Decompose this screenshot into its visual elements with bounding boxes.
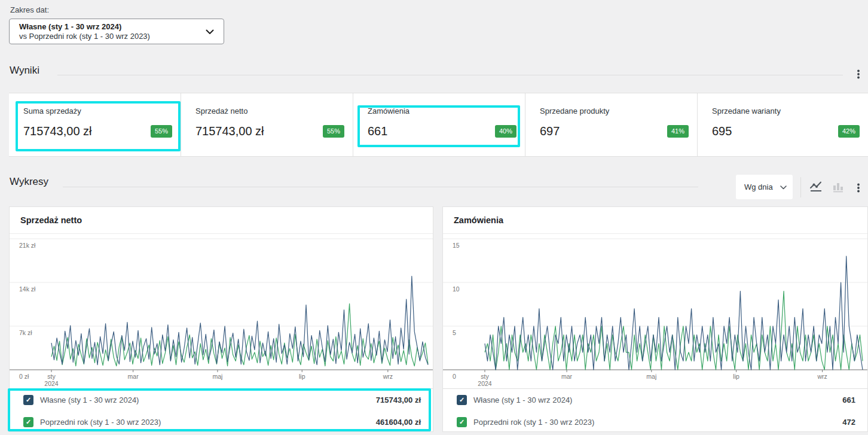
metric-value: 715743,00 zł bbox=[23, 124, 92, 138]
metric-label: Sprzedaż netto bbox=[195, 107, 344, 115]
date-range-secondary: vs Poprzedni rok (sty 1 - 30 wrz 2023) bbox=[19, 32, 150, 41]
legend-label: Poprzedni rok (sty 1 - 30 wrz 2023) bbox=[473, 418, 594, 427]
svg-text:sty: sty bbox=[481, 373, 489, 380]
svg-text:0: 0 bbox=[453, 373, 456, 380]
metric-label: Suma sprzedaży bbox=[23, 107, 172, 115]
date-range-select[interactable]: Własne (sty 1 - 30 wrz 2024) vs Poprzedn… bbox=[9, 19, 224, 44]
line-chart-icon bbox=[809, 180, 823, 196]
toolbar-divider bbox=[800, 177, 801, 197]
legend-row-current[interactable]: ✓ Własne (sty 1 - 30 wrz 2024) 661 bbox=[443, 389, 867, 411]
chart-panel-sprzedaz-netto: Sprzedaż netto 21k zł14k zł7k zł0 złsty2… bbox=[9, 206, 433, 432]
line-chart-type-button[interactable] bbox=[808, 179, 824, 196]
sprzedaz-netto-line-chart: 21k zł14k zł7k zł0 złsty2024marmajlipwrz bbox=[10, 234, 433, 388]
checkbox-current-checked[interactable]: ✓ bbox=[457, 395, 467, 405]
svg-text:14k zł: 14k zł bbox=[19, 285, 36, 293]
metric-card-sprzedane-produkty[interactable]: Sprzedane produkty 697 41% bbox=[525, 93, 698, 156]
metric-value: 715743,00 zł bbox=[195, 124, 264, 138]
metric-card-zamowienia[interactable]: Zamówienia 661 40% bbox=[353, 93, 525, 156]
date-range-label: Zakres dat: bbox=[10, 5, 49, 14]
checkbox-previous-checked[interactable]: ✓ bbox=[457, 417, 467, 427]
checkbox-previous-checked[interactable]: ✓ bbox=[23, 417, 33, 427]
legend-row-previous[interactable]: ✓ Poprzedni rok (sty 1 - 30 wrz 2023) 47… bbox=[443, 411, 867, 433]
legend-label: Poprzedni rok (sty 1 - 30 wrz 2023) bbox=[40, 418, 161, 427]
svg-text:sty: sty bbox=[47, 373, 56, 380]
interval-select[interactable]: Wg dnia bbox=[736, 175, 793, 199]
svg-text:mar: mar bbox=[128, 373, 139, 380]
metric-card-sprzedaz-netto[interactable]: Sprzedaż netto 715743,00 zł 55% bbox=[181, 93, 353, 156]
delta-badge: 40% bbox=[495, 125, 516, 138]
chart-panel-zamowienia: Zamówienia 151050sty2024marmajlipwrz ✓ W… bbox=[442, 206, 868, 432]
delta-badge: 55% bbox=[323, 125, 344, 138]
svg-text:lip: lip bbox=[733, 373, 739, 380]
charts-menu-button[interactable] bbox=[850, 180, 867, 197]
legend-value: 461604,00 zł bbox=[376, 418, 421, 427]
legend-value: 715743,00 zł bbox=[376, 396, 421, 404]
delta-badge: 55% bbox=[151, 125, 172, 138]
svg-text:wrz: wrz bbox=[817, 373, 827, 380]
kebab-icon bbox=[853, 69, 864, 81]
results-divider bbox=[57, 75, 843, 75]
svg-text:21k zł: 21k zł bbox=[19, 242, 36, 249]
svg-text:lip: lip bbox=[299, 373, 305, 380]
chevron-down-icon bbox=[780, 182, 787, 191]
charts-divider bbox=[63, 187, 698, 187]
metric-value: 695 bbox=[712, 124, 732, 138]
svg-text:2024: 2024 bbox=[44, 380, 59, 387]
svg-text:0 zł: 0 zł bbox=[19, 373, 29, 380]
delta-badge: 41% bbox=[667, 125, 689, 138]
legend-row-previous[interactable]: ✓ Poprzedni rok (sty 1 - 30 wrz 2023) 46… bbox=[10, 411, 433, 433]
legend-value: 661 bbox=[842, 396, 855, 404]
delta-badge: 42% bbox=[838, 125, 860, 138]
results-menu-button[interactable] bbox=[850, 66, 867, 84]
metric-label: Sprzedane produkty bbox=[540, 107, 689, 115]
svg-text:5: 5 bbox=[453, 329, 456, 336]
metric-card-suma-sprzedazy[interactable]: Suma sprzedaży 715743,00 zł 55% bbox=[9, 93, 181, 156]
svg-text:mar: mar bbox=[561, 373, 573, 380]
interval-select-value: Wg dnia bbox=[744, 182, 773, 191]
legend-label: Własne (sty 1 - 30 wrz 2024) bbox=[473, 396, 572, 404]
metric-card-sprzedane-warianty[interactable]: Sprzedane warianty 695 42% bbox=[698, 93, 868, 156]
svg-text:wrz: wrz bbox=[383, 373, 393, 380]
metric-label: Sprzedane warianty bbox=[712, 107, 860, 115]
metric-value: 697 bbox=[540, 124, 560, 138]
kebab-icon bbox=[853, 182, 864, 195]
metric-label: Zamówienia bbox=[368, 107, 516, 115]
chart-legend: ✓ Własne (sty 1 - 30 wrz 2024) 661 ✓ Pop… bbox=[443, 388, 867, 433]
chart-title: Zamówienia bbox=[454, 215, 503, 225]
date-range-primary: Własne (sty 1 - 30 wrz 2024) bbox=[19, 22, 150, 32]
svg-text:15: 15 bbox=[453, 242, 460, 249]
legend-value: 472 bbox=[842, 418, 855, 427]
charts-section-title: Wykresy bbox=[10, 176, 48, 188]
chevron-down-icon bbox=[206, 26, 214, 37]
svg-text:7k zł: 7k zł bbox=[19, 329, 32, 336]
legend-row-current[interactable]: ✓ Własne (sty 1 - 30 wrz 2024) 715743,00… bbox=[10, 389, 433, 411]
metric-value: 661 bbox=[368, 124, 387, 138]
results-section-title: Wyniki bbox=[10, 65, 39, 77]
checkbox-current-checked[interactable]: ✓ bbox=[23, 395, 33, 405]
svg-text:10: 10 bbox=[453, 285, 460, 293]
chart-title: Sprzedaż netto bbox=[20, 215, 82, 225]
bar-chart-type-button[interactable] bbox=[830, 179, 846, 196]
svg-text:maj: maj bbox=[212, 373, 222, 380]
zamowienia-line-chart: 151050sty2024marmajlipwrz bbox=[443, 234, 867, 388]
legend-label: Własne (sty 1 - 30 wrz 2024) bbox=[40, 396, 139, 404]
svg-text:2024: 2024 bbox=[478, 380, 492, 387]
metrics-row: Suma sprzedaży 715743,00 zł 55% Sprzedaż… bbox=[9, 93, 868, 157]
svg-text:maj: maj bbox=[646, 373, 656, 380]
bar-chart-icon bbox=[831, 180, 845, 196]
chart-legend: ✓ Własne (sty 1 - 30 wrz 2024) 715743,00… bbox=[10, 388, 433, 433]
